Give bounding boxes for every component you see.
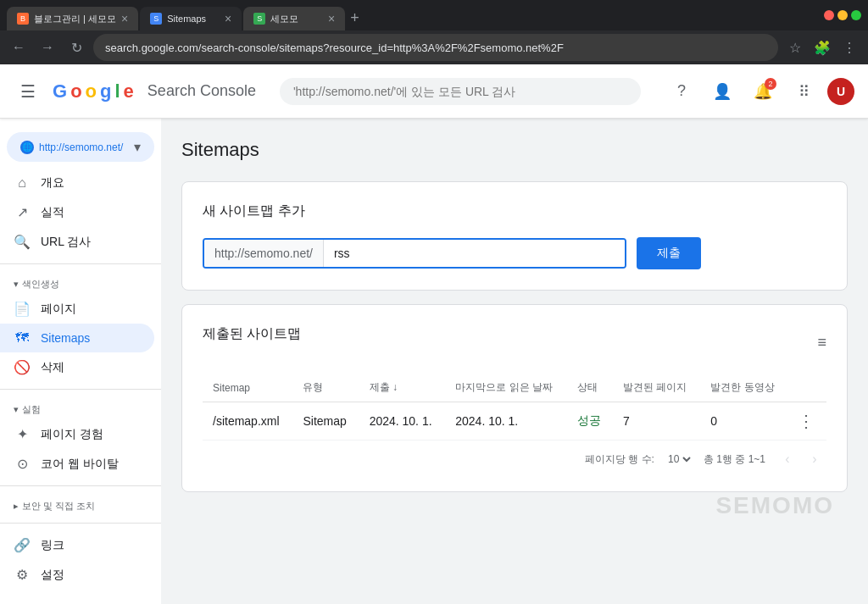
tab-close-semomo[interactable]: × bbox=[328, 12, 335, 25]
sitemap-last-read: 2024. 10. 1. bbox=[445, 402, 567, 441]
settings-label: 설정 bbox=[41, 568, 64, 583]
tab-title-semomo: 세모모 bbox=[270, 13, 323, 25]
sitemap-type: Sitemap bbox=[292, 402, 359, 441]
extensions-button[interactable]: 🧩 bbox=[810, 36, 834, 59]
sidebar: 🌐 http://semomo.net/ ▾ ⌂ 개요 ↗ 실적 🔍 URL 검… bbox=[0, 119, 161, 604]
back-button[interactable]: ← bbox=[7, 36, 31, 59]
refresh-button[interactable]: ↻ bbox=[64, 36, 88, 59]
links-icon: 🔗 bbox=[14, 537, 31, 553]
app: ☰ Google Search Console ? 👤 🔔 2 ⠿ U 🌐 ht… bbox=[0, 64, 868, 604]
submit-sitemap-button[interactable]: 제출 bbox=[637, 237, 701, 269]
removals-icon: 🚫 bbox=[14, 359, 31, 375]
indexing-section-header[interactable]: ▾ 색인생성 bbox=[0, 271, 161, 294]
sidebar-item-core-web-vitals[interactable]: ⊙ 코어 웹 바이탈 bbox=[0, 449, 154, 479]
page-experience-icon: ✦ bbox=[14, 426, 31, 442]
user-avatar[interactable]: U bbox=[827, 78, 854, 105]
tab-semomo[interactable]: S 세모모 × bbox=[243, 7, 345, 30]
menu-button[interactable]: ⋮ bbox=[837, 36, 861, 59]
rows-per-page-select[interactable]: 10 25 50 bbox=[665, 452, 693, 466]
tab-favicon-sitemaps: S bbox=[150, 13, 162, 25]
col-sitemap: Sitemap bbox=[203, 374, 292, 402]
page-title: Sitemaps bbox=[181, 139, 848, 161]
apps-button[interactable]: ⠿ bbox=[787, 75, 821, 108]
bookmark-button[interactable]: ☆ bbox=[783, 36, 807, 59]
window-minimize[interactable] bbox=[837, 10, 848, 20]
hamburger-menu[interactable]: ☰ bbox=[14, 75, 42, 108]
overview-label: 개요 bbox=[41, 175, 64, 191]
url-inspection-icon: 🔍 bbox=[14, 234, 31, 250]
tab-close-blog[interactable]: × bbox=[121, 12, 128, 25]
main-content: Sitemaps 새 사이트맵 추가 http://semomo.net/ 제출… bbox=[161, 119, 868, 604]
tab-favicon-semomo: S bbox=[253, 13, 265, 25]
nav-divider-4 bbox=[0, 523, 161, 524]
links-label: 링크 bbox=[41, 538, 64, 553]
performance-icon: ↗ bbox=[14, 204, 31, 220]
nav-divider-1 bbox=[0, 263, 161, 264]
next-page-button[interactable]: › bbox=[803, 447, 826, 471]
sitemap-status: 성공 bbox=[567, 402, 613, 441]
col-last-read: 마지막으로 읽은 날짜 bbox=[445, 374, 567, 402]
sitemap-actions[interactable]: ⋮ bbox=[787, 402, 826, 441]
table-footer: 페이지당 행 수: 10 25 50 총 1행 중 1~1 ‹ › bbox=[203, 441, 826, 471]
add-sitemap-title: 새 사이트맵 추가 bbox=[203, 202, 826, 220]
google-o1-letter: o bbox=[70, 80, 81, 103]
prev-page-button[interactable]: ‹ bbox=[776, 447, 799, 471]
sidebar-item-url-inspection[interactable]: 🔍 URL 검사 bbox=[0, 227, 154, 257]
help-button[interactable]: ? bbox=[665, 75, 698, 108]
core-web-vitals-label: 코어 웹 바이탈 bbox=[41, 457, 119, 472]
address-bar[interactable] bbox=[93, 34, 778, 61]
security-label: 보안 및 직접 조치 bbox=[22, 500, 95, 513]
sidebar-item-overview[interactable]: ⌂ 개요 bbox=[0, 169, 154, 197]
browser-actions: ☆ 🧩 ⋮ bbox=[783, 36, 861, 59]
window-close[interactable] bbox=[824, 10, 834, 20]
indexing-collapse-icon: ▾ bbox=[14, 279, 19, 290]
overview-icon: ⌂ bbox=[14, 175, 31, 191]
tab-close-sitemaps[interactable]: × bbox=[225, 12, 231, 25]
notifications-button[interactable]: 🔔 2 bbox=[746, 75, 780, 108]
experience-section-header[interactable]: ▾ 실험 bbox=[0, 396, 161, 419]
browser-controls: ← → ↻ ☆ 🧩 ⋮ bbox=[0, 30, 868, 64]
pages-icon: 📄 bbox=[14, 301, 31, 317]
col-submitted-label: 제출 ↓ bbox=[370, 381, 398, 393]
search-input[interactable] bbox=[280, 78, 641, 105]
app-name: Search Console bbox=[147, 82, 256, 100]
google-logo: Google bbox=[53, 80, 134, 103]
filter-icon[interactable]: ≡ bbox=[817, 334, 826, 352]
sitemaps-icon: 🗺 bbox=[14, 330, 31, 346]
sidebar-item-settings[interactable]: ⚙ 설정 bbox=[0, 560, 154, 590]
sitemaps-label: Sitemaps bbox=[41, 331, 90, 345]
table-header-row: Sitemap 유형 제출 ↓ 마지막으로 읽은 날짜 상태 발견된 페이지 발… bbox=[203, 374, 826, 402]
tab-sitemaps[interactable]: S Sitemaps × bbox=[140, 7, 242, 30]
sidebar-item-page-experience[interactable]: ✦ 페이지 경험 bbox=[0, 419, 154, 449]
forward-button[interactable]: → bbox=[36, 36, 59, 59]
add-sitemap-card: 새 사이트맵 추가 http://semomo.net/ 제출 bbox=[181, 181, 848, 291]
tab-title-blog: 블로그관리 | 세모모 bbox=[34, 13, 116, 25]
site-icon: 🌐 bbox=[20, 141, 34, 154]
security-section-header[interactable]: ▸ 보안 및 직접 조치 bbox=[0, 493, 161, 516]
site-selector[interactable]: 🌐 http://semomo.net/ ▾ bbox=[7, 132, 154, 162]
sitemap-path-input[interactable] bbox=[324, 240, 625, 267]
experience-collapse-icon: ▾ bbox=[14, 404, 19, 415]
nav-divider-2 bbox=[0, 389, 161, 390]
google-l-letter: l bbox=[114, 80, 120, 103]
tab-blog[interactable]: B 블로그관리 | 세모모 × bbox=[7, 7, 138, 30]
google-g-letter: G bbox=[53, 80, 67, 103]
browser-tabs: B 블로그관리 | 세모모 × S Sitemaps × S 세모모 × + bbox=[7, 0, 814, 30]
new-tab-button[interactable]: + bbox=[347, 6, 363, 30]
window-maximize[interactable] bbox=[851, 10, 861, 20]
sidebar-item-pages[interactable]: 📄 페이지 bbox=[0, 294, 154, 324]
sidebar-item-removals[interactable]: 🚫 삭제 bbox=[0, 352, 154, 382]
settings-icon: ⚙ bbox=[14, 567, 31, 583]
indexing-label: 색인생성 bbox=[22, 278, 59, 291]
col-pages: 발견된 페이지 bbox=[613, 374, 700, 402]
sitemap-input-row: http://semomo.net/ 제출 bbox=[203, 237, 826, 269]
notification-badge: 2 bbox=[765, 78, 776, 90]
performance-label: 실적 bbox=[41, 205, 64, 220]
col-actions bbox=[787, 374, 826, 402]
table-header: 제출된 사이트맵 ≡ bbox=[203, 325, 826, 360]
sidebar-item-sitemaps[interactable]: 🗺 Sitemaps bbox=[0, 324, 154, 352]
sidebar-item-performance[interactable]: ↗ 실적 bbox=[0, 197, 154, 227]
user-settings-button[interactable]: 👤 bbox=[705, 75, 739, 108]
submitted-sitemaps-title: 제출된 사이트맵 bbox=[203, 325, 301, 343]
sidebar-item-links[interactable]: 🔗 링크 bbox=[0, 530, 154, 560]
